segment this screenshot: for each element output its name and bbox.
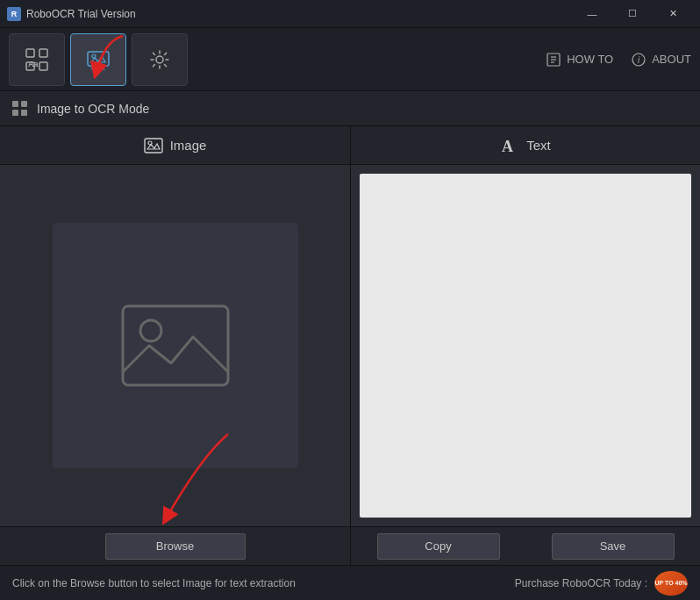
minimize-button[interactable]: — <box>572 0 612 28</box>
toolbar: Aa OCR HOW <box>0 28 700 91</box>
text-output[interactable] <box>360 174 691 518</box>
svg-rect-15 <box>145 139 162 153</box>
svg-text:i: i <box>638 55 640 65</box>
maximize-button[interactable]: ☐ <box>612 0 653 28</box>
svg-text:Aa: Aa <box>28 60 39 68</box>
grid-icon <box>12 101 28 117</box>
browse-bar: Browse <box>0 526 350 565</box>
how-to-link[interactable]: HOW TO <box>546 52 613 68</box>
settings-icon <box>147 47 172 72</box>
promo-badge: UP TO 40% <box>654 571 688 596</box>
mode-bar: Image to OCR Mode <box>0 91 700 126</box>
how-to-label: HOW TO <box>567 53 613 66</box>
info-icon: i <box>631 52 646 68</box>
book-icon <box>546 52 561 68</box>
svg-text:OCR: OCR <box>91 65 105 71</box>
svg-rect-1 <box>39 49 47 57</box>
svg-text:A: A <box>502 138 513 155</box>
image-ocr-icon: OCR <box>86 47 111 72</box>
window-controls: — ☐ ✕ <box>572 0 693 28</box>
svg-rect-0 <box>26 49 34 57</box>
about-link[interactable]: i ABOUT <box>631 52 691 68</box>
toolbar-left: Aa OCR <box>9 33 188 86</box>
main-content: Image Browse A Text Copy <box>0 126 700 565</box>
text-panel-footer: Copy Save <box>351 526 700 565</box>
svg-point-6 <box>92 54 96 58</box>
svg-rect-3 <box>39 62 47 70</box>
toolbar-right: HOW TO i ABOUT <box>546 52 691 68</box>
text-panel-header: A Text <box>351 126 700 165</box>
svg-rect-5 <box>88 52 109 66</box>
title-bar-left: R RoboOCR Trial Version <box>7 7 136 21</box>
image-header-icon <box>144 136 163 155</box>
copy-button[interactable]: Copy <box>377 533 500 560</box>
svg-point-18 <box>140 320 161 341</box>
status-right-text: Purchase RoboOCR Today : <box>515 577 647 589</box>
browse-button[interactable]: Browse <box>105 533 246 560</box>
text-output-container <box>351 165 700 526</box>
save-button[interactable]: Save <box>552 533 675 560</box>
text-panel-title: Text <box>526 138 551 153</box>
svg-point-16 <box>148 141 152 145</box>
title-bar: R RoboOCR Trial Version — ☐ ✕ <box>0 0 700 28</box>
close-button[interactable]: ✕ <box>653 0 693 28</box>
app-icon: R <box>7 7 21 21</box>
image-placeholder <box>53 223 298 468</box>
status-right: Purchase RoboOCR Today : UP TO 40% <box>515 571 688 596</box>
screenshot-icon: Aa <box>25 47 49 72</box>
text-header-icon: A <box>500 136 519 155</box>
placeholder-icon <box>105 289 246 403</box>
image-drop-area[interactable] <box>0 165 350 526</box>
about-label: ABOUT <box>652 53 691 66</box>
settings-button[interactable] <box>132 33 188 86</box>
screenshot-ocr-button[interactable]: Aa <box>9 33 65 86</box>
image-panel-title: Image <box>170 138 207 153</box>
svg-rect-17 <box>123 306 228 385</box>
image-ocr-button[interactable]: OCR <box>70 33 126 86</box>
image-panel: Image Browse <box>0 126 351 565</box>
mode-label: Image to OCR Mode <box>37 102 149 116</box>
status-left-text: Click on the Browse button to select Ima… <box>12 577 296 589</box>
text-panel: A Text Copy Save <box>351 126 700 565</box>
status-bar: Click on the Browse button to select Ima… <box>0 565 700 600</box>
svg-point-8 <box>156 56 163 63</box>
image-panel-header: Image <box>0 126 350 165</box>
title-text: RoboOCR Trial Version <box>26 8 136 20</box>
